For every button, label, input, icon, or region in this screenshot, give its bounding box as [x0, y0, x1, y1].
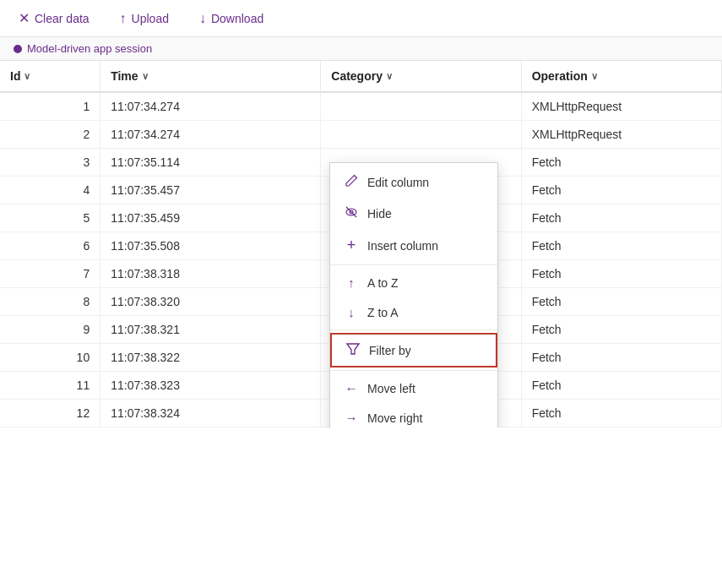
cell-time: 11:07:38.320	[100, 288, 321, 316]
cell-time: 11:07:38.318	[100, 260, 321, 288]
upload-button[interactable]: ↑ Upload	[115, 8, 174, 30]
filter-by-icon	[345, 342, 361, 358]
session-label: Model-driven app session	[27, 42, 152, 55]
column-context-menu: Edit columnHide+Insert column↑A to Z↓Z t…	[329, 162, 498, 427]
menu-item-move-right[interactable]: →Move right	[330, 403, 497, 427]
toolbar: ✕ Clear data ↑ Upload ↓ Download	[0, 0, 722, 37]
cell-id: 12	[0, 400, 100, 427]
z-to-a-label: Z to A	[367, 306, 399, 319]
cell-time: 11:07:38.324	[100, 400, 321, 427]
cell-operation: XMLHttpRequest	[521, 121, 721, 149]
session-dot	[14, 45, 22, 53]
col-header-category[interactable]: Category ∨	[321, 61, 521, 92]
a-to-z-icon: ↑	[344, 275, 359, 290]
cell-operation: Fetch	[521, 400, 721, 427]
download-icon: ↓	[199, 11, 206, 26]
menu-divider	[330, 264, 497, 265]
clear-data-button[interactable]: ✕ Clear data	[14, 7, 95, 30]
menu-item-z-to-a[interactable]: ↓Z to A	[330, 297, 497, 327]
cell-time: 11:07:38.322	[100, 344, 321, 372]
cell-id: 1	[0, 92, 100, 121]
col-header-id[interactable]: Id ∨	[0, 61, 100, 92]
svg-marker-3	[347, 344, 359, 354]
cell-operation: Fetch	[521, 149, 721, 177]
cell-id: 6	[0, 232, 100, 260]
cell-time: 11:07:38.321	[100, 316, 321, 344]
col-operation-chevron: ∨	[591, 71, 598, 82]
cell-category	[321, 121, 521, 149]
hide-icon	[344, 205, 359, 221]
edit-column-icon	[344, 174, 359, 190]
col-header-operation[interactable]: Operation ∨	[521, 61, 721, 92]
table-row: 1 11:07:34.274 XMLHttpRequest	[0, 92, 722, 121]
col-id-label: Id	[10, 69, 20, 83]
table-row: 2 11:07:34.274 XMLHttpRequest	[0, 121, 722, 149]
table-header-row: Id ∨ Time ∨ Category ∨	[0, 61, 722, 92]
cell-id: 5	[0, 204, 100, 232]
move-right-label: Move right	[367, 411, 422, 425]
cell-operation: Fetch	[521, 316, 721, 344]
session-bar: Model-driven app session	[0, 37, 722, 61]
menu-item-filter-by[interactable]: Filter by	[330, 333, 497, 368]
upload-label: Upload	[132, 12, 169, 25]
cell-operation: Fetch	[521, 372, 721, 400]
z-to-a-icon: ↓	[344, 305, 359, 319]
a-to-z-label: A to Z	[367, 276, 399, 290]
cell-id: 9	[0, 316, 100, 344]
menu-item-move-left[interactable]: ←Move left	[330, 373, 497, 403]
cell-category	[321, 92, 521, 121]
upload-icon: ↑	[120, 11, 127, 26]
col-time-label: Time	[111, 69, 138, 83]
cell-id: 4	[0, 177, 100, 204]
menu-item-edit-column[interactable]: Edit column	[330, 166, 497, 198]
cell-operation: Fetch	[521, 260, 721, 288]
move-right-icon: →	[344, 411, 359, 425]
cell-operation: Fetch	[521, 204, 721, 232]
clear-data-label: Clear data	[35, 12, 90, 25]
menu-item-a-to-z[interactable]: ↑A to Z	[330, 268, 497, 297]
cell-id: 7	[0, 260, 100, 288]
cell-operation: Fetch	[521, 288, 721, 316]
cell-time: 11:07:35.457	[100, 177, 321, 204]
download-label: Download	[211, 12, 263, 25]
cell-time: 11:07:35.114	[100, 149, 321, 177]
table-wrapper: Id ∨ Time ∨ Category ∨	[0, 61, 722, 427]
filter-by-label: Filter by	[369, 344, 411, 357]
cell-operation: Fetch	[521, 177, 721, 204]
cell-operation: XMLHttpRequest	[521, 92, 721, 121]
col-category-label: Category	[331, 69, 383, 83]
insert-column-icon: +	[344, 237, 359, 254]
cell-id: 11	[0, 372, 100, 400]
cell-time: 11:07:38.323	[100, 372, 321, 400]
cell-id: 10	[0, 344, 100, 372]
col-id-chevron: ∨	[24, 71, 30, 82]
hide-label: Hide	[367, 207, 392, 220]
cell-operation: Fetch	[521, 344, 721, 372]
move-left-icon: ←	[344, 381, 359, 395]
col-header-time[interactable]: Time ∨	[100, 61, 321, 92]
cell-id: 3	[0, 149, 100, 177]
cell-id: 8	[0, 288, 100, 316]
menu-item-insert-column[interactable]: +Insert column	[330, 229, 497, 262]
move-left-label: Move left	[367, 382, 415, 395]
menu-item-hide[interactable]: Hide	[330, 198, 497, 229]
cell-id: 2	[0, 121, 100, 149]
menu-divider	[330, 370, 497, 371]
cell-operation: Fetch	[521, 232, 721, 260]
menu-divider	[330, 329, 497, 330]
edit-column-label: Edit column	[367, 176, 429, 189]
download-button[interactable]: ↓ Download	[194, 8, 269, 30]
clear-data-icon: ✕	[19, 10, 30, 26]
insert-column-label: Insert column	[367, 239, 438, 253]
col-category-chevron: ∨	[386, 71, 393, 82]
col-operation-label: Operation	[532, 69, 588, 83]
cell-time: 11:07:35.459	[100, 204, 321, 232]
cell-time: 11:07:35.508	[100, 232, 321, 260]
cell-time: 11:07:34.274	[100, 121, 321, 149]
cell-time: 11:07:34.274	[100, 92, 321, 121]
col-time-chevron: ∨	[142, 71, 149, 82]
